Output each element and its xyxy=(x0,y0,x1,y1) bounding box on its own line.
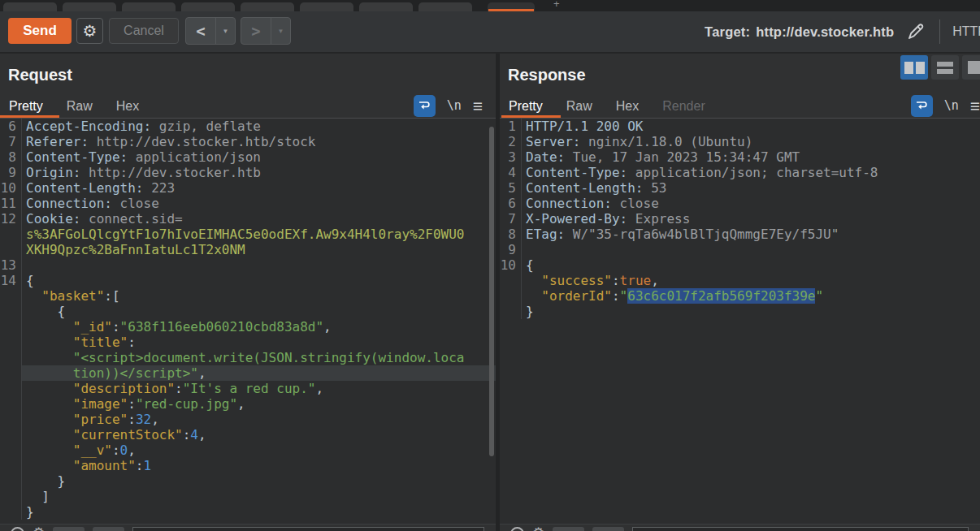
code-line: 7Referer: http://dev.stocker.htb/stock xyxy=(0,134,496,149)
code-text: ] xyxy=(22,489,496,504)
show-newlines-toggle-button[interactable]: \n xyxy=(447,98,462,113)
repeater-tab[interactable] xyxy=(359,2,413,11)
send-settings-button[interactable]: ⚙ xyxy=(76,18,103,44)
layout-single-button[interactable] xyxy=(962,55,980,80)
code-text: ETag: W/"35-rqTa6w4blBlTjqQmmgE7Ey/f5JU" xyxy=(522,227,980,242)
request-panel-title: Request xyxy=(8,66,72,84)
forward-dropdown-caret-icon[interactable]: ▼ xyxy=(271,18,290,44)
search-icon[interactable] xyxy=(510,527,524,531)
repeater-tab-selected[interactable] xyxy=(488,2,535,11)
code-text: Content-Type: application/json; charset=… xyxy=(522,165,980,180)
line-number xyxy=(500,273,522,288)
line-number: 12 xyxy=(0,211,22,227)
line-number xyxy=(0,489,22,504)
code-line: 7X-Powered-By: Express xyxy=(500,211,980,227)
line-number xyxy=(0,365,22,381)
search-input[interactable] xyxy=(632,527,969,531)
line-number: 9 xyxy=(500,242,522,257)
code-text: { xyxy=(22,304,496,319)
response-panel-title: Response xyxy=(508,66,586,84)
request-view-tabs: PrettyRawHex xyxy=(9,95,139,118)
code-line: } xyxy=(0,504,496,520)
line-number xyxy=(500,288,522,304)
code-line: tion))</script>", xyxy=(0,365,496,381)
line-number: 4 xyxy=(500,165,522,180)
message-panes: Request PrettyRawHex \n ≡ 6Accept-Encodi… xyxy=(0,54,980,531)
toolbar-divider xyxy=(939,19,940,44)
repeater-tab[interactable] xyxy=(181,2,235,11)
editor-menu-button[interactable]: ≡ xyxy=(970,95,980,117)
request-scrollbar-thumb[interactable] xyxy=(489,127,494,456)
response-tab-hex[interactable]: Hex xyxy=(616,99,639,114)
add-tab-button[interactable]: + xyxy=(553,0,560,10)
code-text xyxy=(22,257,496,273)
search-prev-button[interactable] xyxy=(53,527,85,531)
word-wrap-toggle-button[interactable] xyxy=(911,95,933,117)
request-editor[interactable]: 6Accept-Encoding: gzip, deflate7Referer:… xyxy=(0,118,496,524)
search-next-button[interactable] xyxy=(592,527,624,531)
line-number xyxy=(0,227,22,242)
line-number xyxy=(0,458,22,473)
code-line: "image":"red-cup.jpg", xyxy=(0,396,496,412)
history-back-button[interactable]: < ▼ xyxy=(185,17,236,45)
forward-arrow-icon[interactable]: > xyxy=(241,18,271,44)
code-text: Content-Type: application/json xyxy=(22,149,496,165)
code-text: Referer: http://dev.stocker.htb/stock xyxy=(22,134,496,149)
code-line: 11Connection: close xyxy=(0,196,496,211)
code-line: "description":"It's a red cup.", xyxy=(0,381,496,396)
code-line: 9 xyxy=(500,242,980,257)
code-text: { xyxy=(22,273,496,288)
repeater-tab[interactable] xyxy=(3,2,57,11)
repeater-tab[interactable] xyxy=(300,2,353,11)
history-forward-button[interactable]: > ▼ xyxy=(241,17,291,45)
target-url: http://dev.stocker.htb xyxy=(756,24,894,39)
word-wrap-toggle-button[interactable] xyxy=(414,95,436,117)
cancel-button[interactable]: Cancel xyxy=(109,18,179,44)
code-line: "amount":1 xyxy=(0,458,496,473)
line-number: 13 xyxy=(0,257,22,273)
code-text: "orderId":"63c6c017f2afb569f203f39e" xyxy=(522,288,980,304)
code-line: 5Content-Length: 53 xyxy=(500,180,980,196)
response-tab-pretty[interactable]: Pretty xyxy=(509,99,543,114)
layout-rows-button[interactable] xyxy=(931,55,959,80)
search-settings-icon[interactable]: ⚙ xyxy=(33,526,45,531)
code-line: "__v":0, xyxy=(0,442,496,458)
line-number: 6 xyxy=(0,119,22,134)
layout-columns-button[interactable] xyxy=(900,55,928,80)
code-text: Server: nginx/1.18.0 (Ubuntu) xyxy=(522,134,980,149)
code-line: 6Connection: close xyxy=(500,196,980,211)
repeater-tab[interactable] xyxy=(418,2,472,11)
request-tab-raw[interactable]: Raw xyxy=(67,99,93,114)
line-number xyxy=(500,304,522,319)
code-line: s%3AFGoLQlcgYtF1o7hIvoEIMHAC5e0odEXf.Aw9… xyxy=(0,227,496,242)
search-settings-icon[interactable]: ⚙ xyxy=(532,526,544,531)
code-text: Connection: close xyxy=(522,196,980,211)
show-newlines-toggle-button[interactable]: \n xyxy=(944,98,959,113)
request-search-bar: ⚙ xyxy=(0,524,496,531)
request-tab-hex[interactable]: Hex xyxy=(116,99,139,114)
line-number xyxy=(0,350,22,365)
line-number: 2 xyxy=(500,134,522,149)
request-panel: Request PrettyRawHex \n ≡ 6Accept-Encodi… xyxy=(0,54,496,531)
search-icon[interactable] xyxy=(11,527,24,531)
line-number xyxy=(0,504,22,520)
back-arrow-icon[interactable]: < xyxy=(186,18,215,44)
send-button[interactable]: Send xyxy=(8,18,72,44)
pane-layout-buttons xyxy=(900,55,980,80)
repeater-tab[interactable] xyxy=(122,2,176,11)
search-input[interactable] xyxy=(132,527,484,531)
code-text xyxy=(522,242,980,257)
request-tab-pretty[interactable]: Pretty xyxy=(9,99,43,114)
editor-menu-button[interactable]: ≡ xyxy=(473,95,483,117)
target-display: Target:http://dev.stocker.htb xyxy=(705,24,894,40)
response-tab-render[interactable]: Render xyxy=(662,99,705,114)
repeater-tab[interactable] xyxy=(63,2,116,11)
response-editor[interactable]: 1HTTP/1.1 200 OK2Server: nginx/1.18.0 (U… xyxy=(500,118,980,524)
response-tab-raw[interactable]: Raw xyxy=(566,99,592,114)
code-text: } xyxy=(22,504,496,520)
search-prev-button[interactable] xyxy=(553,527,584,531)
edit-target-pencil-icon[interactable] xyxy=(904,20,926,43)
search-next-button[interactable] xyxy=(93,527,124,531)
back-dropdown-caret-icon[interactable]: ▼ xyxy=(215,18,235,44)
repeater-tab[interactable] xyxy=(241,2,294,11)
